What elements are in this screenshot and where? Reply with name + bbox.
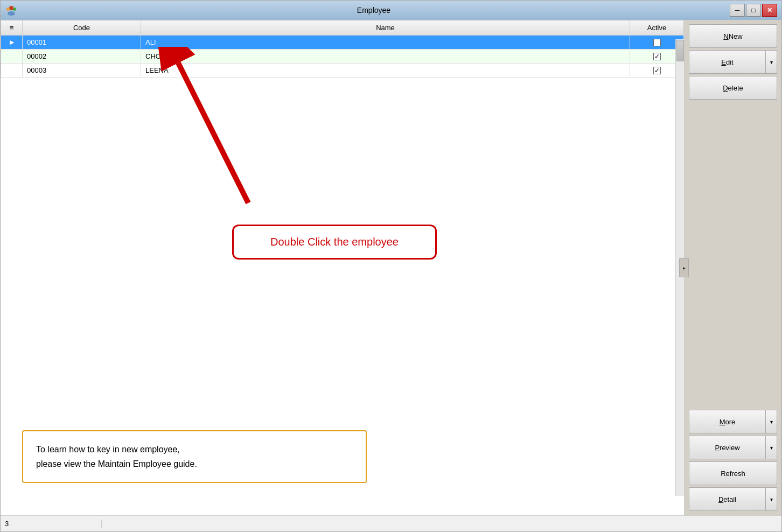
cell-code: 00001: [23, 36, 141, 50]
edit-button-label: Edit: [721, 58, 733, 66]
record-count: 3: [5, 520, 102, 528]
preview-button[interactable]: Preview: [689, 436, 765, 459]
col-header-name: Name: [141, 20, 630, 36]
svg-point-0: [9, 6, 13, 10]
info-line1: To learn how to key in new employee,: [36, 442, 353, 457]
col-header-active: Active: [630, 20, 684, 36]
new-button-label: NNew: [723, 32, 742, 40]
table-row[interactable]: ▶ 00001 ALI ✓: [1, 36, 684, 50]
cell-name: LEENA: [141, 64, 630, 78]
svg-point-1: [8, 11, 15, 16]
cell-name: ALI: [141, 36, 630, 50]
row-indicator: ▶: [1, 36, 23, 50]
scrollbar-thumb[interactable]: [676, 40, 684, 61]
close-button[interactable]: ✕: [762, 4, 777, 17]
svg-point-3: [13, 8, 16, 11]
table-row[interactable]: 00002 CHONG ✓: [1, 50, 684, 64]
double-click-callout: Double Click the employee: [232, 225, 437, 260]
table-panel: ≡ Code Name Active ▶ 00001 ALI ✓: [1, 20, 685, 515]
more-dropdown-arrow[interactable]: ▾: [765, 410, 777, 433]
sidebar-collapse-toggle[interactable]: ▸: [679, 258, 689, 277]
status-bar: 3: [1, 515, 781, 531]
preview-button-label: Preview: [715, 444, 739, 452]
minimize-button[interactable]: ─: [730, 4, 745, 17]
more-button[interactable]: More: [689, 410, 765, 433]
cell-code: 00003: [23, 64, 141, 78]
window-controls: ─ □ ✕: [730, 4, 777, 17]
more-split-button[interactable]: More ▾: [689, 410, 777, 433]
delete-button-label: Delete: [723, 84, 743, 92]
edit-split-button[interactable]: Edit ▾: [689, 50, 777, 74]
employee-table: ≡ Code Name Active ▶ 00001 ALI ✓: [1, 20, 684, 78]
more-button-label: More: [720, 418, 736, 426]
main-window: Employee ─ □ ✕ ≡ Code Name Active: [0, 0, 782, 532]
row-indicator: [1, 50, 23, 64]
window-title: Employee: [18, 6, 730, 15]
preview-split-button[interactable]: Preview ▾: [689, 436, 777, 459]
cell-code: 00002: [23, 50, 141, 64]
cell-name: CHONG: [141, 50, 630, 64]
active-checkbox: ✓: [653, 67, 661, 74]
svg-line-5: [178, 63, 248, 203]
info-box: To learn how to key in new employee, ple…: [22, 430, 367, 483]
spacer1: [689, 102, 777, 408]
title-bar: Employee ─ □ ✕: [1, 1, 781, 20]
refresh-button[interactable]: Refresh: [689, 461, 777, 485]
edit-button[interactable]: Edit: [689, 50, 765, 74]
detail-split-button[interactable]: Detail ▾: [689, 487, 777, 511]
new-button[interactable]: NNew: [689, 24, 777, 48]
active-checkbox: ✓: [653, 39, 661, 46]
table-row[interactable]: 00003 LEENA ✓: [1, 64, 684, 78]
row-indicator: [1, 64, 23, 78]
annotation-overlay: Double Click the employee To learn how t…: [1, 20, 684, 515]
col-header-code: Code: [23, 20, 141, 36]
col-header-indicator: ≡: [1, 20, 23, 36]
info-line2: please view the Maintain Employee guide.: [36, 457, 353, 471]
maximize-button[interactable]: □: [746, 4, 761, 17]
app-icon: [5, 4, 18, 17]
refresh-button-label: Refresh: [721, 470, 745, 478]
detail-dropdown-arrow[interactable]: ▾: [765, 487, 777, 511]
detail-button[interactable]: Detail: [689, 487, 765, 511]
svg-point-2: [6, 8, 10, 11]
double-click-text: Double Click the employee: [270, 236, 399, 248]
sidebar: ▸ NNew Edit ▾ Delete: [685, 20, 781, 515]
edit-dropdown-arrow[interactable]: ▾: [765, 50, 777, 74]
delete-button[interactable]: Delete: [689, 76, 777, 100]
preview-dropdown-arrow[interactable]: ▾: [765, 436, 777, 459]
active-checkbox: ✓: [653, 53, 661, 60]
content-area: ≡ Code Name Active ▶ 00001 ALI ✓: [1, 20, 781, 515]
detail-button-label: Detail: [718, 495, 736, 503]
